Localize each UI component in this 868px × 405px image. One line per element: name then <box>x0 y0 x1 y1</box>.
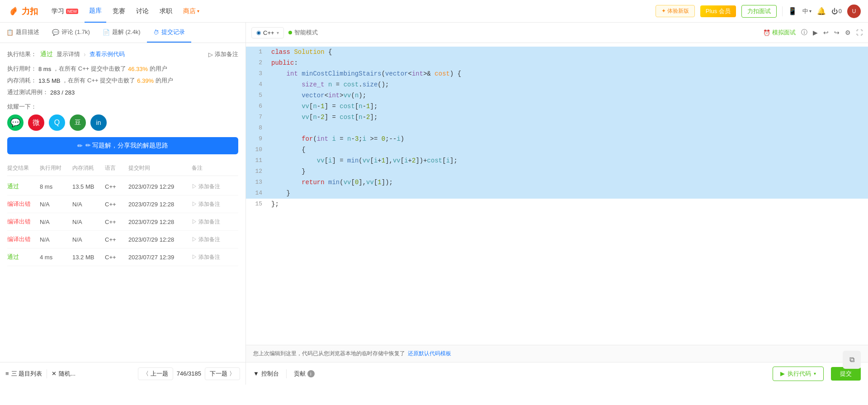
note-cell-5[interactable]: ▷ 添加备注 <box>192 253 238 261</box>
time-value: 8 ms <box>38 66 51 72</box>
status-error-3[interactable]: 编译出错 <box>7 218 40 226</box>
nav-item-discuss[interactable]: 讨论 <box>132 0 153 23</box>
info-icon[interactable]: ⓘ <box>801 29 807 37</box>
line-num: 1 <box>246 47 268 57</box>
interview-btn[interactable]: 力扣面试 <box>741 5 777 18</box>
line-num: 2 <box>246 57 268 68</box>
add-note-btn[interactable]: ▷ 添加备注 <box>208 50 238 58</box>
lang-chevron: ▾ <box>277 30 279 35</box>
note-cell-2[interactable]: ▷ 添加备注 <box>192 200 238 208</box>
share-douban[interactable]: 豆 <box>70 114 86 131</box>
nav-label-jobs: 求职 <box>160 7 172 15</box>
settings-icon[interactable]: ⚙ <box>845 29 851 36</box>
sub-nav-right: ◉ C++ ▾ 智能模式 ⏰ 模拟面试 ⓘ ▶ ↩ ↪ ⚙ ⛶ <box>246 23 868 43</box>
note-cell-1[interactable]: ▷ 添加备注 <box>192 183 238 191</box>
submit-btn[interactable]: 提交 <box>831 367 861 381</box>
lang-cell-5: C++ <box>105 254 128 261</box>
plus-btn[interactable]: Plus 会员 <box>700 5 736 17</box>
nav-label-problems: 题库 <box>89 7 102 15</box>
lang-value: C++ <box>263 29 274 36</box>
lang-cell-1: C++ <box>105 183 128 190</box>
nav-item-jobs[interactable]: 求职 <box>155 0 177 23</box>
next-btn[interactable]: 下一题 〉 <box>205 367 240 380</box>
time-cell-5: 4 ms <box>40 254 72 261</box>
line-content: vv[i] = min(vv[i+1],vv[i+2])+cost[i]; <box>268 155 868 166</box>
lang-switcher[interactable]: 中 ▾ <box>802 7 811 15</box>
time-cell-4: N/A <box>40 236 72 243</box>
tab-solutions[interactable]: 📄 题解 (2.4k) <box>96 23 147 43</box>
code-editor[interactable]: 1 class Solution { 2 public: 3 int minCo… <box>246 43 868 345</box>
example-code-link[interactable]: 查看示例代码 <box>90 50 125 58</box>
note-cell-3[interactable]: ▷ 添加备注 <box>192 218 238 226</box>
lang-dropdown-icon: ▾ <box>809 9 811 14</box>
mem-value: 13.5 MB <box>38 77 60 84</box>
experience-btn[interactable]: ✦ 体验新版 <box>656 5 695 17</box>
nav-label-discuss: 讨论 <box>136 7 149 15</box>
date-cell-3: 2023/07/29 12:28 <box>128 219 192 225</box>
nav-label-learn: 学习 <box>52 7 64 15</box>
divider <box>782 6 783 16</box>
mem-cell-5: 13.2 MB <box>72 254 105 261</box>
status-pass-5[interactable]: 通过 <box>7 253 40 261</box>
table-row: 编译出错 N/A N/A C++ 2023/07/29 12:28 ▷ 添加备注 <box>7 213 238 231</box>
logo[interactable]: 力扣 <box>7 5 38 18</box>
line-num: 9 <box>246 133 268 144</box>
note-cell-4[interactable]: ▷ 添加备注 <box>192 236 238 243</box>
code-line-10: 10 { <box>246 144 868 155</box>
problem-list-btn[interactable]: ≡ 三 题目列表 <box>5 370 42 378</box>
lang-selector[interactable]: ◉ C++ ▾ <box>251 27 284 38</box>
fullscreen-icon[interactable]: ⛶ <box>856 29 863 36</box>
nav-item-learn[interactable]: 学习 NEW <box>47 0 83 23</box>
nav-item-shop[interactable]: 商店 ▾ <box>179 0 204 23</box>
share-qq[interactable]: Q <box>49 114 65 131</box>
line-content: int minCostClimbingStairs(vector<int>& c… <box>268 68 868 79</box>
status-error-2[interactable]: 编译出错 <box>7 200 40 208</box>
contribute-btn[interactable]: 贡献 i <box>294 370 315 378</box>
nav-label-contest: 竞赛 <box>113 7 125 15</box>
write-solution-btn[interactable]: ✏ ✏ 写题解，分享我的解题思路 <box>7 137 238 154</box>
table-row: 编译出错 N/A N/A C++ 2023/07/29 12:28 ▷ 添加备注 <box>7 231 238 248</box>
status-error-4[interactable]: 编译出错 <box>7 235 40 243</box>
mem-cell-3: N/A <box>72 219 105 225</box>
float-copy-btn[interactable]: ⧉ <box>843 351 861 362</box>
line-content: for(int i = n-3;i >= 0;--i) <box>268 133 868 144</box>
solutions-icon: 📄 <box>103 29 110 36</box>
nav-item-contest[interactable]: 竞赛 <box>108 0 130 23</box>
console-label: 控制台 <box>261 370 279 378</box>
code-line-14: 14 } <box>246 188 868 199</box>
redo-icon[interactable]: ↪ <box>834 29 840 36</box>
tab-comments[interactable]: 💬 评论 (1.7k) <box>46 23 96 43</box>
share-section: 炫耀一下： 💬 微 Q 豆 in <box>7 103 238 131</box>
run-code-btn[interactable]: ▶ 执行代码 ▾ <box>773 367 824 381</box>
tab-submissions[interactable]: ⏱ 提交记录 <box>147 23 191 43</box>
clock-icon: ⏰ <box>763 29 770 36</box>
nav-item-problems[interactable]: 题库 <box>85 0 106 23</box>
detail-link[interactable]: 显示详情 <box>57 50 80 58</box>
prev-label: 上一题 <box>151 370 168 378</box>
footer-right: ▼ 控制台 贡献 i ▶ 执行代码 ▾ 提交 <box>246 367 868 381</box>
console-btn[interactable]: ▼ 控制台 <box>253 370 279 378</box>
share-linkedin[interactable]: in <box>90 114 107 131</box>
lang-cell-2: C++ <box>105 201 128 208</box>
bell-icon[interactable]: 🔔 <box>817 7 826 15</box>
run-icon[interactable]: ▶ <box>813 29 818 36</box>
prev-btn[interactable]: 〈 上一题 <box>138 367 173 380</box>
share-wechat[interactable]: 💬 <box>7 114 24 131</box>
code-line-2: 2 public: <box>246 57 868 68</box>
contribute-label: 贡献 <box>294 370 307 377</box>
avatar[interactable]: U <box>847 5 861 18</box>
random-btn[interactable]: ✕ 随机... <box>52 370 75 378</box>
tab-description[interactable]: 📋 题目描述 <box>0 23 46 43</box>
restore-link[interactable]: 还原默认代码模板 <box>408 350 451 357</box>
simulate-btn[interactable]: ⏰ 模拟面试 <box>763 29 796 37</box>
sub-nav: 📋 题目描述 💬 评论 (1.7k) 📄 题解 (2.4k) ⏱ 提交记录 ◉ … <box>0 23 868 43</box>
mem-label: 内存消耗： <box>7 76 37 85</box>
copy-icon: ⧉ <box>849 356 854 362</box>
smart-dot <box>288 31 292 34</box>
logo-text: 力扣 <box>22 6 38 17</box>
share-weibo[interactable]: 微 <box>28 114 44 131</box>
undo-icon[interactable]: ↩ <box>823 29 829 36</box>
status-pass-1[interactable]: 通过 <box>7 182 40 191</box>
phone-icon[interactable]: 📱 <box>788 7 797 15</box>
code-editor-area: 1 class Solution { 2 public: 3 int minCo… <box>246 43 868 362</box>
